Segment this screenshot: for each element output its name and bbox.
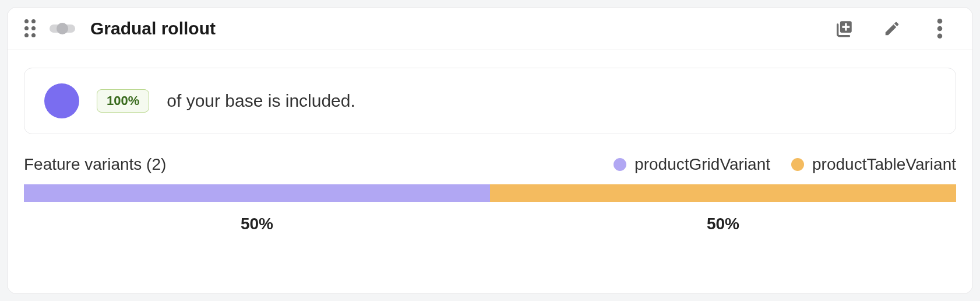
distribution-percent-label: 50% [24,215,490,233]
drag-handle-icon[interactable] [24,20,37,37]
card-title: Gradual rollout [90,19,834,38]
legend-item: productTableVariant [791,155,956,174]
card-header: Gradual rollout [8,8,972,50]
variants-distribution-labels: 50%50% [24,215,956,233]
kebab-menu-icon [937,19,943,38]
legend-dot-icon [791,158,804,171]
variants-distribution-bar [24,184,956,202]
svg-rect-2 [842,26,849,27]
card-body: 100% of your base is included. Feature v… [8,50,972,245]
strategy-toggle-icon [50,24,75,33]
copy-plus-icon [834,19,854,38]
legend-dot-icon [614,158,626,171]
strategy-card: Gradual rollout [7,7,973,294]
svg-point-5 [937,34,943,39]
status-dot-icon [44,83,79,118]
pencil-icon [883,20,901,37]
legend-item: productGridVariant [614,155,770,174]
legend-label: productGridVariant [634,155,770,174]
card-actions [834,18,956,39]
distribution-segment [490,184,956,202]
copy-button[interactable] [834,18,855,39]
edit-button[interactable] [882,18,903,39]
more-menu-button[interactable] [929,18,950,39]
legend-label: productTableVariant [812,155,956,174]
distribution-percent-label: 50% [490,215,956,233]
percentage-badge: 100% [97,89,149,113]
distribution-segment [24,184,490,202]
svg-point-4 [937,26,943,32]
variants-legend: productGridVariantproductTableVariant [614,155,956,174]
svg-point-3 [937,19,943,24]
variants-row: Feature variants (2) productGridVariantp… [24,155,956,174]
info-box: 100% of your base is included. [24,68,956,134]
info-text: of your base is included. [167,91,355,111]
variants-label: Feature variants (2) [24,155,614,174]
